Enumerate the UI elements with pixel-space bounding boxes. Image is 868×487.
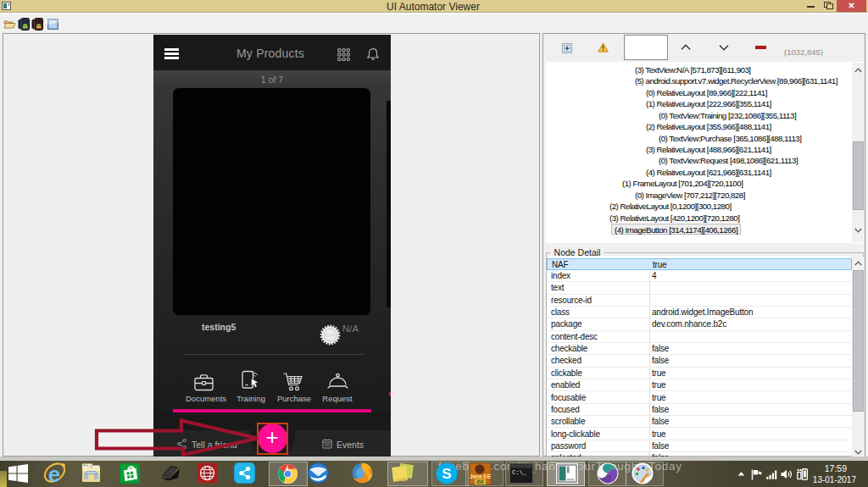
svg-text:S: S bbox=[442, 466, 451, 482]
svg-text:Java EE: Java EE bbox=[470, 473, 492, 479]
svg-text:e: e bbox=[48, 462, 60, 486]
svg-text:IDE: IDE bbox=[476, 479, 485, 484]
svg-text:C:\_: C:\_ bbox=[512, 469, 527, 476]
